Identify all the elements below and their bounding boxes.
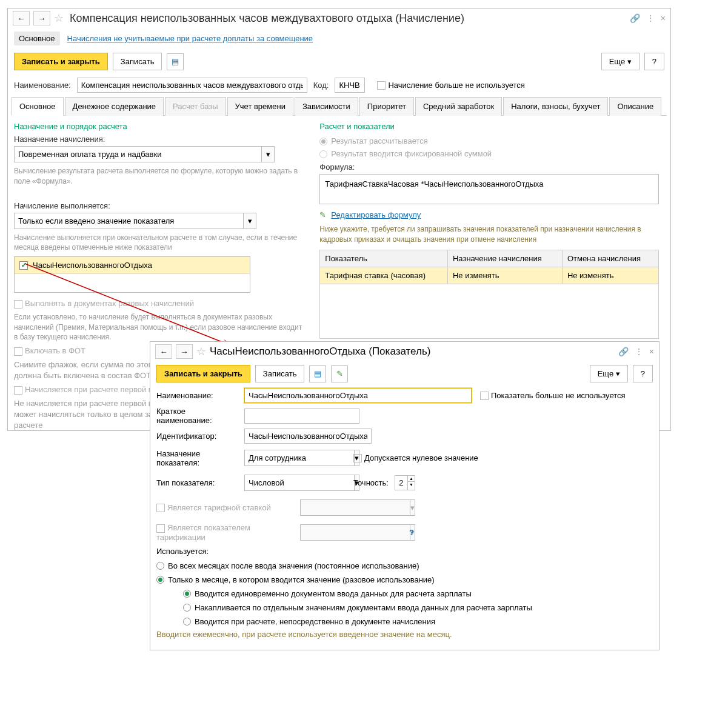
more-button[interactable]: Еще ▾ <box>601 53 640 70</box>
help-indicators: Ниже укажите, требуется ли запрашивать з… <box>319 224 664 245</box>
subnav-main[interactable]: Основное <box>14 32 60 45</box>
link-icon[interactable]: 🔗 <box>630 13 640 23</box>
id-label: Идентификатор: <box>156 432 238 441</box>
formula-text[interactable]: ТарифнаяСтавкаЧасовая *ЧасыНеиспользован… <box>319 174 659 204</box>
save-button[interactable]: Записать <box>255 365 305 382</box>
oneoff-checkbox <box>14 300 22 309</box>
usage-once-radio[interactable] <box>156 576 164 584</box>
short-input[interactable] <box>244 409 359 424</box>
tariff2-select <box>300 524 410 541</box>
link-icon[interactable]: 🔗 <box>618 347 629 356</box>
tab-tax[interactable]: Налоги, взносы, бухучет <box>503 97 608 116</box>
table-row[interactable]: Тарифная ставка (часовая)Не изменятьНе и… <box>320 267 659 284</box>
help-icon[interactable]: ? <box>409 528 414 537</box>
help-button[interactable]: ? <box>644 53 664 70</box>
left-heading: Назначение и порядок расчета <box>14 122 307 131</box>
chevron-down-icon: ▾ <box>410 499 415 516</box>
tab-deps[interactable]: Зависимости <box>295 97 358 116</box>
popup-titlebar: ← → ☆ ЧасыНеиспользованногоОтдыха (Показ… <box>150 342 659 361</box>
subnav-link[interactable]: Начисления не учитываемые при расчете до… <box>67 32 313 45</box>
wand-icon: ✎ <box>336 369 343 378</box>
name-label: Наименование: <box>14 81 71 90</box>
chevron-down-icon[interactable]: ▾ <box>261 146 275 162</box>
name-input[interactable] <box>244 388 472 403</box>
close-icon[interactable]: × <box>649 347 654 356</box>
arrow-annotation <box>22 261 240 352</box>
th-cancel: Отмена начисления <box>562 250 658 267</box>
help-exec: Начисление выполняется при окончательном… <box>14 233 307 253</box>
th-assign: Назначение начисления <box>447 250 562 267</box>
save-close-button[interactable]: Записать и закрыть <box>14 53 108 70</box>
chevron-down-icon[interactable]: ▾ <box>243 213 256 229</box>
usage-perm-radio[interactable] <box>156 562 164 570</box>
edit-formula-link[interactable]: Редактировать формулу <box>331 210 421 219</box>
code-input[interactable] <box>335 78 365 93</box>
purpose-label: Назначение начисления: <box>14 135 307 144</box>
forward-button[interactable]: → <box>33 11 50 25</box>
back-button[interactable]: ← <box>155 344 172 359</box>
indicators-grid[interactable]: ПоказательНазначение начисленияОтмена на… <box>319 250 659 284</box>
forward-button[interactable]: → <box>176 344 193 359</box>
tab-money[interactable]: Денежное содержание <box>65 97 164 116</box>
sub-once-doc-radio[interactable] <box>183 590 191 598</box>
tab-priority[interactable]: Приоритет <box>359 97 414 116</box>
grid-empty <box>319 284 659 339</box>
help-button[interactable]: ? <box>633 365 653 382</box>
header-fields: Наименование: Код: Начисление больше не … <box>8 74 670 96</box>
code-label: Код: <box>313 81 329 90</box>
step-down[interactable]: ▼ <box>408 481 415 487</box>
close-icon[interactable]: × <box>661 13 666 23</box>
sub-calc-radio[interactable] <box>183 618 191 626</box>
th-indicator: Показатель <box>320 250 448 267</box>
tab-main[interactable]: Основное <box>12 97 64 116</box>
purpose-select[interactable] <box>14 146 261 162</box>
list-icon: ▤ <box>172 57 179 66</box>
exec-select[interactable] <box>14 213 243 229</box>
fot-checkbox <box>14 347 22 356</box>
step-up[interactable]: ▲ <box>408 476 415 481</box>
back-button[interactable]: ← <box>13 11 30 25</box>
list-icon-button[interactable]: ▤ <box>309 365 326 382</box>
more-button[interactable]: Еще ▾ <box>590 365 628 382</box>
star-icon[interactable]: ☆ <box>196 345 206 358</box>
type-select[interactable] <box>244 475 354 491</box>
tariff-checkbox <box>156 504 165 512</box>
not-used-label: Начисление больше не используется <box>388 81 524 90</box>
type-label: Тип показателя: <box>156 478 238 487</box>
formula-label: Формула: <box>319 162 664 172</box>
popup-title: ЧасыНеиспользованногоОтдыха (Показатель) <box>210 345 430 358</box>
tariff2-checkbox <box>156 524 165 533</box>
firsthalf-checkbox <box>14 386 22 395</box>
tab-base[interactable]: Расчет базы <box>165 97 226 116</box>
toolbar: Записать и закрыть Записать ▤ Еще ▾ ? <box>8 49 670 74</box>
zero-checkbox[interactable] <box>353 454 362 462</box>
wand-icon-button[interactable]: ✎ <box>331 365 348 382</box>
pencil-icon: ✎ <box>319 210 326 219</box>
list-icon-button[interactable]: ▤ <box>167 53 184 70</box>
exec-label: Начисление выполняется: <box>14 201 307 210</box>
tab-avg[interactable]: Средний заработок <box>415 97 502 116</box>
star-icon[interactable]: ☆ <box>54 12 64 25</box>
svg-line-0 <box>25 264 231 345</box>
not-used-checkbox[interactable] <box>377 81 386 90</box>
tab-time[interactable]: Учет времени <box>227 97 293 116</box>
not-used-checkbox[interactable] <box>480 392 489 400</box>
id-input[interactable] <box>244 429 372 444</box>
name-input[interactable] <box>77 78 307 93</box>
used-label: Используется: <box>156 547 209 556</box>
short-label: Краткое наименование: <box>156 407 238 425</box>
save-close-button[interactable]: Записать и закрыть <box>156 365 250 382</box>
window-title: Компенсация неиспользованных часов между… <box>70 12 464 25</box>
tariff-select <box>300 499 410 516</box>
more-icon[interactable]: ⋮ <box>646 13 655 23</box>
sub-accum-radio[interactable] <box>183 604 191 612</box>
save-button[interactable]: Записать <box>113 53 162 70</box>
purpose-select[interactable] <box>244 450 354 466</box>
tabs: Основное Денежное содержание Расчет базы… <box>12 96 667 116</box>
precision-label: Точность: <box>353 478 389 487</box>
precision-input[interactable] <box>395 475 408 490</box>
purpose-label: Назначение показателя: <box>156 449 238 467</box>
more-icon[interactable]: ⋮ <box>635 347 643 356</box>
popup-toolbar: Записать и закрыть Записать ▤ ✎ Еще ▾ ? <box>150 361 659 386</box>
tab-desc[interactable]: Описание <box>609 97 661 116</box>
